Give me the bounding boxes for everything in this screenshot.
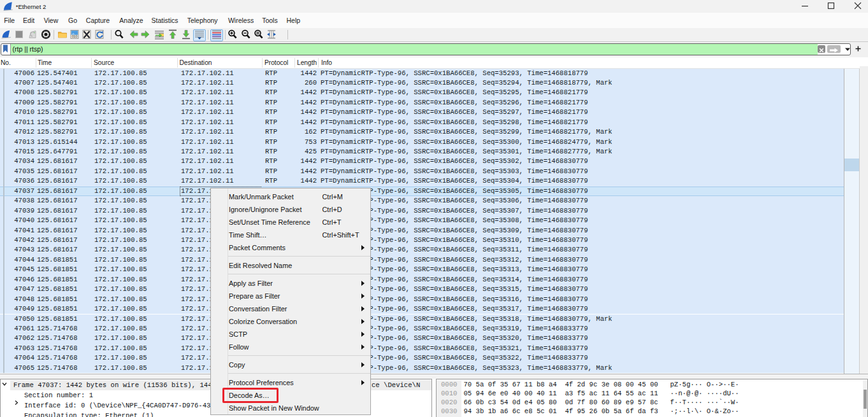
svg-text:010: 010 bbox=[72, 34, 78, 38]
